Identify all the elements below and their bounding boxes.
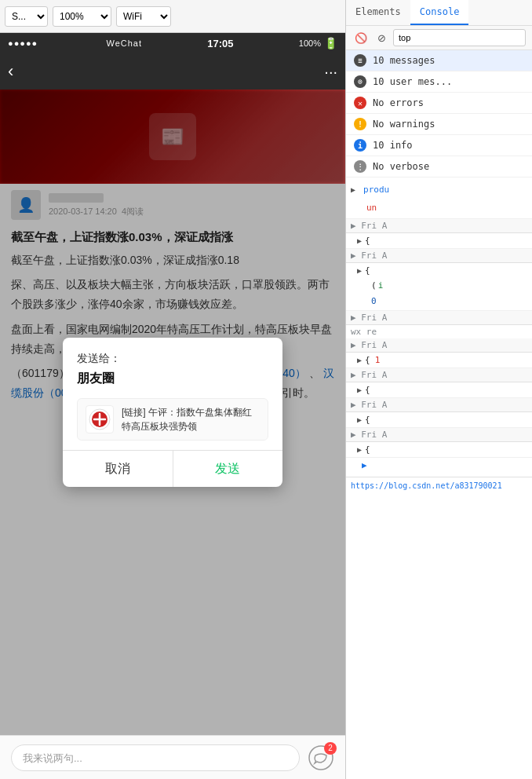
val-i: i: [378, 280, 384, 293]
browser-toolbar: S... 100% WiFi: [0, 0, 345, 33]
group-brace-2: {: [365, 265, 370, 276]
group-brace-3: {: [365, 355, 370, 365]
log-level-warnings[interactable]: ! No warnings: [346, 114, 532, 135]
messages-icon: ≡: [354, 54, 366, 67]
log-group-header-5[interactable]: ▶ {: [346, 412, 532, 427]
log-group-3: ▶ { 1: [346, 353, 532, 368]
group-brace-4: {: [365, 385, 370, 395]
expand-arrow: ▶: [351, 185, 355, 194]
user-label: 10 user mes...: [373, 76, 524, 87]
group-brace-5: {: [365, 415, 370, 425]
url-bar: https://blog.csdn.net/a831790021: [346, 477, 532, 494]
errors-label: No errors: [373, 97, 524, 108]
cancel-button[interactable]: 取消: [63, 451, 173, 487]
key-i: (: [371, 280, 377, 293]
log-level-verbose[interactable]: ⋮ No verbose: [346, 156, 532, 177]
expand-arrow-2: ▶: [357, 266, 362, 275]
log-group-header-1[interactable]: ▶ {: [346, 233, 532, 248]
zoom-select[interactable]: 100%: [53, 6, 111, 27]
statusbar-right: 100% 🔋: [299, 37, 337, 49]
log-level-messages[interactable]: ≡ 10 messages: [346, 50, 532, 71]
battery-icon: 🔋: [324, 37, 337, 49]
log-line-i[interactable]: ( i: [346, 278, 532, 294]
log-level-list: ≡ 10 messages ⊙ 10 user mes... ✕ No erro…: [346, 50, 532, 177]
fri-label-6: ▶ Fri A: [346, 398, 532, 412]
statusbar-carrier: ●●●●●: [8, 38, 38, 48]
log-group-1: ▶ {: [346, 233, 532, 249]
log-group-header-3[interactable]: ▶ { 1: [346, 353, 532, 368]
confirm-button[interactable]: 发送: [173, 451, 283, 487]
source-url[interactable]: https://blog.csdn.net/a831790021: [351, 481, 502, 490]
statusbar-battery: 100%: [299, 38, 321, 48]
share-dialog: 发送给： 朋友圈 [链接]: [63, 338, 282, 487]
fri-label-5: ▶ Fri A: [346, 368, 532, 382]
dialog-body: 发送给： 朋友圈 [链接]: [63, 338, 282, 450]
statusbar-carrier-text: WeChat: [107, 38, 143, 48]
preview-icon: [86, 405, 114, 433]
verbose-label: No verbose: [373, 161, 524, 172]
log-group-header-2[interactable]: ▶ {: [346, 263, 532, 278]
devtools-toolbar: 🚫 ⊘: [346, 26, 532, 50]
warnings-label: No warnings: [373, 119, 524, 130]
tab-elements[interactable]: Elements: [346, 0, 410, 25]
log-level-errors[interactable]: ✕ No errors: [346, 93, 532, 114]
dialog-send-to-label: 发送给：: [77, 352, 268, 366]
phone-frame: ●●●●● WeChat 17:05 100% 🔋 ‹ ··· 📰 👤: [0, 33, 345, 779]
clear-console-button[interactable]: 🚫: [352, 29, 370, 46]
comment-input[interactable]: 我来说两句...: [11, 744, 300, 771]
expand-arrow-6: ▶: [357, 445, 362, 454]
devtools-panel: Elements Console 🚫 ⊘ ≡ 10 messages ⊙ 10 …: [345, 0, 532, 779]
fri-label-2: ▶ Fri A: [346, 249, 532, 263]
context-select[interactable]: [393, 29, 526, 46]
log-group-prod: ▶ produ un: [346, 181, 532, 219]
log-line-un[interactable]: un: [346, 199, 532, 218]
fri-label-3: ▶ Fri A: [346, 311, 532, 325]
wx-re-label: wx re: [346, 325, 532, 338]
messages-label: 10 messages: [373, 55, 524, 66]
log-arrow-line[interactable]: ▶: [346, 458, 532, 474]
tab-select[interactable]: S...: [5, 6, 48, 27]
status-bar: ●●●●● WeChat 17:05 100% 🔋: [0, 33, 345, 53]
log-line-0[interactable]: 0: [346, 294, 532, 310]
prod-text: produ: [359, 183, 394, 196]
dialog-overlay: 发送给： 朋友圈 [链接]: [0, 90, 345, 735]
log-group-header-4[interactable]: ▶ {: [346, 382, 532, 397]
un-text: un: [362, 200, 381, 217]
preview-tag: [链接]: [122, 407, 146, 418]
filter-button[interactable]: ⊘: [373, 29, 390, 46]
user-icon: ⊙: [354, 75, 366, 88]
error-icon: ✕: [354, 97, 366, 109]
log-group-4: ▶ {: [346, 382, 532, 398]
fri-label-7: ▶ Fri A: [346, 428, 532, 442]
log-output[interactable]: ▶ produ un ▶ Fri A ▶ { ▶ Fri A ▶ { ( i: [346, 177, 532, 779]
log-level-info[interactable]: i 10 info: [346, 135, 532, 156]
expand-arrow-5: ▶: [357, 415, 362, 424]
wechat-navbar: ‹ ···: [0, 53, 345, 90]
warning-icon: !: [354, 118, 366, 130]
log-group-5: ▶ {: [346, 412, 532, 428]
statusbar-time: 17:05: [207, 38, 233, 49]
val-0: 0: [371, 295, 377, 309]
dialog-target: 朋友圈: [77, 371, 268, 387]
log-group-header-6[interactable]: ▶ {: [346, 442, 532, 457]
expand-arrow-3: ▶: [357, 356, 362, 364]
network-select[interactable]: WiFi: [116, 6, 171, 27]
log-level-user[interactable]: ⊙ 10 user mes...: [346, 71, 532, 93]
more-button[interactable]: ···: [324, 63, 337, 81]
fri-label-4: ▶ Fri A: [346, 338, 532, 353]
bottom-bar: 我来说两句... 2: [0, 735, 345, 779]
log-group-2: ▶ { ( i 0: [346, 263, 532, 311]
fri-label-1: ▶ Fri A: [346, 219, 532, 233]
comment-badge: 2: [324, 742, 337, 755]
dialog-preview-text: [链接] 午评：指数午盘集体翻红特高压板块强势领: [122, 405, 260, 433]
dialog-buttons: 取消 发送: [63, 450, 282, 487]
info-icon: i: [354, 139, 366, 152]
comment-icon[interactable]: 2: [308, 744, 334, 771]
verbose-icon: ⋮: [354, 160, 366, 173]
back-button[interactable]: ‹: [8, 61, 13, 82]
expand-arrow-final: ▶: [362, 459, 367, 473]
info-label: 10 info: [373, 140, 524, 151]
log-group-header-prod[interactable]: ▶ produ: [346, 181, 532, 199]
group-brace-1: {: [365, 236, 370, 246]
tab-console[interactable]: Console: [410, 0, 469, 25]
